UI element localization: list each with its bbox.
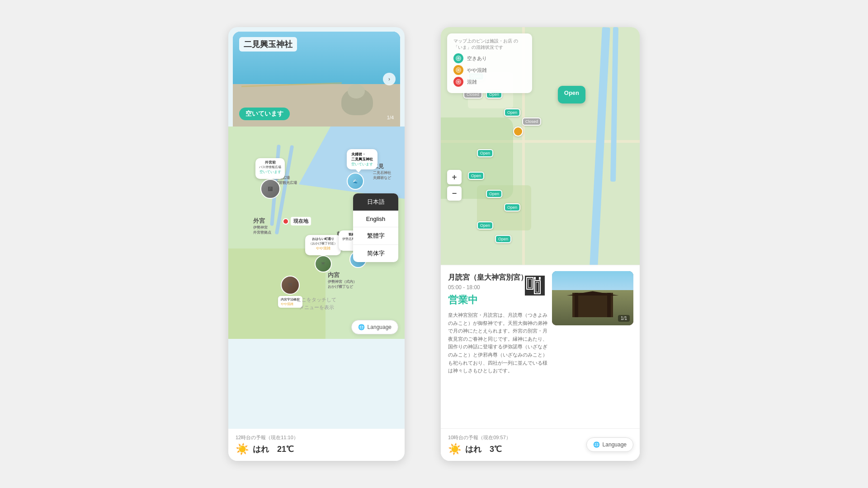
lang-item-japanese[interactable]: 日本語 [353, 193, 398, 211]
lang-item-english[interactable]: English [353, 211, 398, 227]
legend-label-slightly: やや混雑 [467, 67, 487, 74]
map-pin-orange[interactable] [513, 127, 523, 136]
hero-status: 空いています [239, 108, 290, 120]
map-pin-open-8[interactable]: Open [477, 221, 493, 230]
right-weather-icon: ☀️ [448, 443, 462, 455]
legend-item-slightly: やや混雑 [453, 65, 526, 75]
left-panel: 二見興玉神社 空いています › 1/4 河崎 バス停情報広場 伊勢内宮前観光広場… [228, 27, 405, 461]
image-counter: 1/1 [618, 315, 630, 322]
touch-hint: ここをタッチしてメニューを表示 [297, 296, 336, 312]
legend-item-available: 空きあり [453, 53, 526, 63]
right-weather-text: はれ 3℃ [465, 444, 502, 455]
right-weather-bar: 10時台の予報（現在09:57） ☀️ はれ 3℃ 🌐 Language [441, 428, 640, 461]
right-globe-icon: 🌐 [593, 441, 600, 448]
hero-counter: 1/4 [387, 115, 394, 120]
pin-oharai[interactable]: おはらい町通り （おかげ横丁付近） やや混雑 ⛩ [305, 235, 341, 272]
open-bubble-label: Open [558, 86, 585, 103]
map-pin-open-9[interactable]: Open [495, 235, 511, 243]
detail-description: 皇大神宮別宮・月読宮は、月読尊（つきよみのみこと）が御祭神です。天照大御神の弟神… [448, 311, 547, 375]
hero-title: 二見興玉神社 [239, 37, 297, 52]
map-controls: + − [447, 170, 462, 201]
location-dot [283, 218, 289, 225]
right-weather-info: ☀️ はれ 3℃ [448, 443, 502, 455]
language-menu: 日本語 English 繁體字 简体字 [353, 193, 398, 262]
map-pin-closed-2[interactable]: Closed [522, 117, 541, 126]
zoom-in-btn[interactable]: + [447, 170, 462, 184]
map-pin-open-3[interactable]: Open [504, 108, 520, 117]
legend-icon-green [453, 53, 463, 63]
area-label-geku: 外宮 伊勢神宮 外宮密拠点 [253, 217, 271, 235]
lang-item-simplified[interactable]: 简体字 [353, 245, 398, 262]
highlighted-open-pin[interactable]: Open [558, 86, 585, 103]
lang-item-traditional[interactable]: 繁體字 [353, 227, 398, 245]
legend-label-available: 空きあり [467, 55, 487, 62]
language-button[interactable]: 🌐 Language [351, 320, 398, 334]
weather-sun-icon: ☀️ [236, 443, 249, 455]
language-btn-label: Language [368, 324, 392, 330]
right-language-button[interactable]: 🌐 Language [586, 437, 633, 452]
zoom-out-btn[interactable]: − [447, 186, 462, 201]
weather-info: ☀️ はれ 21℃ [236, 443, 397, 455]
left-map[interactable]: 河崎 バス停情報広場 伊勢内宮前観光広場 外宮 伊勢神宮 外宮密拠点 朝熊 内宮… [228, 127, 405, 339]
legend-label-crowded: 混雑 [467, 79, 477, 85]
map-pin-open-6[interactable]: Open [486, 190, 502, 198]
legend-item-crowded: 混雑 [453, 77, 526, 87]
weather-time: 12時台の予報（現在11:10） [236, 434, 397, 441]
pin-futami[interactable]: 夫婦岩・ 二見興玉神社 空いています 🌊 [347, 149, 377, 190]
map-pin-open-4[interactable]: Open [477, 149, 493, 157]
right-weather-time: 10時台の予報（現在09:57） [448, 434, 511, 441]
right-lang-label: Language [603, 441, 627, 448]
legend-icon-red [453, 77, 463, 87]
weather-condition: はれ 21℃ [253, 444, 294, 455]
map-pin-open-5[interactable]: Open [468, 172, 484, 180]
area-label-naiku: 内宮 伊勢神宮（式内） おかげ横丁など [328, 271, 357, 289]
hero-image: 二見興玉神社 空いています › 1/4 [233, 32, 400, 127]
hero-section: 二見興玉神社 空いています › 1/4 [233, 32, 400, 127]
detail-image: 1/1 [552, 271, 633, 325]
map-pin-open-7[interactable]: Open [504, 203, 520, 211]
left-weather-bar: 12時台の予報（現在11:10） ☀️ はれ 21℃ [228, 429, 405, 461]
pin-kawasaki[interactable]: 外宮前 バス停情報広場 空いています 🅿 [255, 158, 285, 199]
legend-icon-orange [453, 65, 463, 75]
location-label: 現在地 [291, 217, 311, 225]
hero-next-btn[interactable]: › [383, 73, 396, 85]
current-location: 現在地 [283, 217, 311, 225]
right-panel: Open Open Open Closed Open Open Open Ope… [441, 27, 640, 461]
qr-code [525, 276, 545, 296]
right-map[interactable]: Open Open Open Closed Open Open Open Ope… [441, 27, 640, 285]
map-legend: マップ上のピンは施設・お店 の「いま」の混雑状況です 空きあり やや混雑 [447, 33, 532, 93]
legend-title: マップ上のピンは施設・お店 の「いま」の混雑状況です [453, 38, 526, 51]
globe-icon: 🌐 [358, 324, 365, 330]
